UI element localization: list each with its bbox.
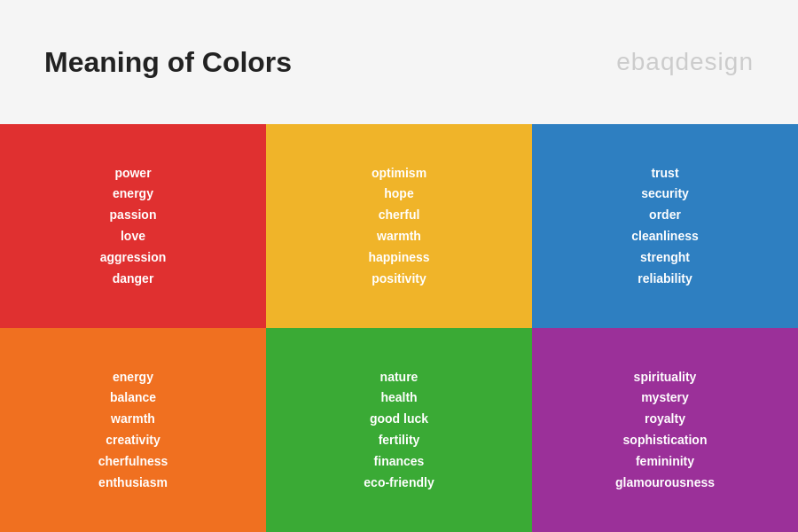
color-keyword: energy [113, 367, 153, 388]
color-keyword: finances [374, 451, 425, 473]
color-cell-green: naturehealthgood luckfertilityfinancesec… [266, 328, 532, 532]
color-keyword: optimism [372, 163, 426, 184]
color-keyword: spirituality [634, 367, 697, 388]
color-cell-orange: energybalancewarmthcreativitycherfulness… [0, 328, 266, 532]
color-keyword: royalty [645, 409, 685, 430]
color-keyword: security [641, 184, 689, 205]
color-keyword: energy [113, 184, 153, 205]
color-keyword: positivity [372, 269, 426, 290]
color-keyword: power [114, 163, 151, 184]
color-keyword: love [121, 226, 145, 247]
color-grid: powerenergypassionloveaggressiondangerop… [0, 124, 798, 532]
color-keyword: eco-friendly [364, 473, 434, 494]
color-keyword: aggression [100, 247, 167, 269]
color-keyword: happiness [368, 247, 429, 269]
color-keyword: passion [110, 205, 157, 226]
color-keyword: enthusiasm [98, 473, 168, 494]
color-keyword: mystery [641, 387, 689, 409]
page-header: Meaning of Colors ebaqdesign [0, 0, 798, 124]
color-keyword: reliability [638, 269, 692, 290]
color-keyword: danger [113, 269, 154, 290]
color-cell-yellow: optimismhopecherfulwarmthhappinesspositi… [266, 124, 532, 328]
color-cell-purple: spiritualitymysteryroyaltysophistication… [532, 328, 798, 532]
color-keyword: good luck [370, 409, 428, 430]
color-keyword: hope [384, 184, 413, 205]
color-keyword: health [380, 387, 417, 409]
color-keyword: glamourousness [615, 473, 715, 494]
color-keyword: sophistication [623, 430, 708, 451]
page-title: Meaning of Colors [44, 46, 292, 79]
color-keyword: fertility [379, 430, 420, 451]
color-keyword: femininity [636, 451, 694, 473]
color-cell-blue: trustsecurityordercleanlinessstrenghtrel… [532, 124, 798, 328]
color-keyword: balance [110, 387, 156, 409]
color-keyword: nature [380, 367, 419, 388]
color-keyword: cleanliness [631, 226, 699, 247]
brand-logo: ebaqdesign [616, 48, 754, 76]
color-keyword: trust [651, 163, 678, 184]
color-keyword: strenght [640, 247, 690, 269]
color-keyword: cherfulness [98, 451, 168, 473]
color-keyword: warmth [111, 409, 155, 430]
color-cell-red: powerenergypassionloveaggressiondanger [0, 124, 266, 328]
color-keyword: creativity [106, 430, 160, 451]
color-keyword: cherful [379, 205, 420, 226]
color-keyword: warmth [377, 226, 421, 247]
color-keyword: order [649, 205, 681, 226]
